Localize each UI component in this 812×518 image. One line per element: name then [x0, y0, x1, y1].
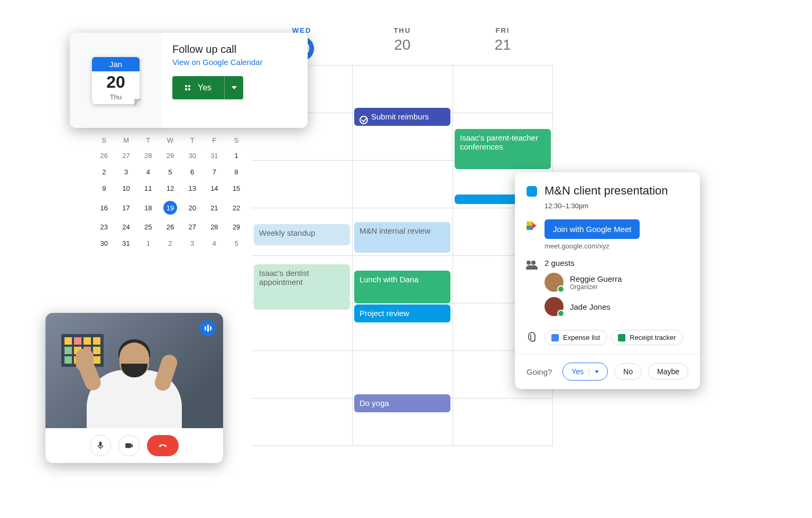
mini-day-cell[interactable]: 26: [93, 147, 115, 164]
day-number: 21: [453, 36, 553, 53]
calendar-event[interactable]: Do yoga: [354, 394, 450, 412]
mini-day-cell[interactable]: 10: [115, 180, 137, 197]
going-label: Going?: [527, 367, 552, 376]
mini-day-cell[interactable]: 27: [181, 219, 204, 235]
mini-day-cell[interactable]: 20: [181, 197, 204, 219]
mini-day-cell[interactable]: 30: [93, 235, 115, 252]
rsvp-yes-label: Yes: [198, 83, 211, 92]
rsvp-yes-button[interactable]: Yes: [172, 76, 224, 99]
rsvp-maybe-pill[interactable]: Maybe: [648, 363, 688, 380]
calendar-tile-wrap: Jan 20 Thu: [70, 33, 162, 128]
day-column-header[interactable]: THU 20: [352, 26, 453, 61]
mini-day-cell[interactable]: 2: [159, 235, 181, 252]
mic-icon: [96, 441, 105, 450]
attachment-label: Expense list: [563, 334, 600, 341]
mini-day-cell[interactable]: 25: [137, 219, 159, 235]
calendar-event[interactable]: Weekly standup: [254, 224, 350, 245]
mini-day-cell[interactable]: 12: [159, 180, 181, 197]
camera-icon: [124, 441, 134, 450]
day-column-header[interactable]: FRI 21: [453, 26, 553, 61]
guest-row[interactable]: Jade Jones: [545, 297, 688, 316]
mini-day-cell[interactable]: 21: [204, 197, 226, 219]
mute-mic-button[interactable]: [90, 435, 111, 456]
mini-day-cell[interactable]: 4: [137, 164, 159, 180]
attachment-chip[interactable]: Expense list: [545, 330, 607, 345]
event-time: 12:30–1:30pm: [545, 202, 688, 210]
google-meet-icon: [527, 221, 537, 230]
mini-day-cell[interactable]: 28: [137, 147, 159, 164]
mini-day-cell[interactable]: 19: [159, 197, 181, 219]
participant-avatar-illustration: [73, 333, 195, 428]
calendar-event[interactable]: Submit reimburs: [354, 108, 450, 126]
calendar-event[interactable]: Lunch with Dana: [354, 271, 450, 303]
task-check-icon: [359, 116, 368, 124]
follow-up-card: Jan 20 Thu Follow up call View on Google…: [70, 33, 308, 128]
mini-dow: T: [137, 133, 159, 147]
chevron-down-icon: [595, 371, 599, 373]
mini-day-cell[interactable]: 11: [137, 180, 159, 197]
mini-day-cell[interactable]: 15: [225, 180, 247, 197]
mini-day-cell[interactable]: 7: [204, 164, 226, 180]
rsvp-yes-dropdown[interactable]: [224, 76, 243, 99]
mini-day-cell[interactable]: 4: [204, 235, 226, 252]
mini-day-cell[interactable]: 3: [181, 235, 204, 252]
guest-row[interactable]: Reggie GuerraOrganizer: [545, 273, 688, 292]
rsvp-no-pill[interactable]: No: [614, 363, 642, 380]
mini-day-cell[interactable]: 31: [204, 147, 226, 164]
day-number: 20: [352, 36, 453, 53]
meet-url[interactable]: meet.google.com/xyz: [545, 242, 640, 250]
mini-day-cell[interactable]: 14: [204, 180, 226, 197]
calendar-event[interactable]: Project review: [354, 304, 450, 322]
rsvp-yes-pill[interactable]: Yes: [562, 363, 608, 381]
meet-video-tile[interactable]: [45, 313, 223, 428]
accepted-check-icon: [557, 285, 565, 293]
mini-day-cell[interactable]: 23: [93, 219, 115, 235]
view-on-calendar-link[interactable]: View on Google Calendar: [172, 58, 263, 67]
mini-day-cell[interactable]: 1: [137, 235, 159, 252]
guests-icon: [527, 261, 537, 269]
toggle-camera-button[interactable]: [118, 435, 140, 456]
mini-day-cell[interactable]: 28: [204, 219, 226, 235]
mini-day-cell[interactable]: 16: [93, 197, 115, 219]
mini-day-cell[interactable]: 26: [159, 219, 181, 235]
mini-day-cell[interactable]: 6: [181, 164, 204, 180]
event-detail-panel: M&N client presentation 12:30–1:30pm Joi…: [515, 172, 700, 389]
mini-day-cell[interactable]: 22: [225, 197, 247, 219]
mini-day-cell[interactable]: 18: [137, 197, 159, 219]
guest-count: 2 guests: [545, 258, 688, 267]
guest-name: Jade Jones: [570, 302, 611, 311]
mini-day-cell[interactable]: 27: [115, 147, 137, 164]
event-color-swatch: [527, 186, 537, 197]
mini-day-cell[interactable]: 31: [115, 235, 137, 252]
mini-dow: F: [204, 133, 226, 147]
mini-day-cell[interactable]: 29: [159, 147, 181, 164]
mini-day-cell[interactable]: 1: [225, 147, 247, 164]
mini-day-cell[interactable]: 3: [115, 164, 137, 180]
end-call-button[interactable]: [147, 435, 179, 456]
sparkle-door-icon: [185, 85, 192, 90]
mini-day-cell[interactable]: 24: [115, 219, 137, 235]
attachment-chip[interactable]: Receipt tracker: [611, 330, 682, 345]
attachment-icon: [528, 332, 536, 341]
tile-weekday: Thu: [92, 93, 140, 104]
mini-day-cell[interactable]: 9: [93, 180, 115, 197]
mini-day-cell[interactable]: 5: [225, 235, 247, 252]
mini-day-cell[interactable]: 2: [93, 164, 115, 180]
calendar-tile: Jan 20 Thu: [92, 57, 140, 104]
mini-dow: T: [181, 133, 204, 147]
mini-month-calendar[interactable]: SMTWTFS262728293031123456789101112131415…: [93, 133, 247, 252]
guest-name: Reggie Guerra: [570, 274, 622, 283]
mini-day-cell[interactable]: 30: [181, 147, 204, 164]
calendar-event[interactable]: M&N internal review: [354, 222, 450, 253]
guest-role: Organizer: [570, 283, 622, 291]
mini-day-cell[interactable]: 29: [225, 219, 247, 235]
doc-type-icon: [551, 334, 559, 341]
calendar-event[interactable]: Isaac's dentist appointment: [254, 264, 350, 310]
mini-day-cell[interactable]: 8: [225, 164, 247, 180]
calendar-event[interactable]: Isaac's parent-teacher conferences: [455, 129, 551, 169]
mini-day-cell[interactable]: 5: [159, 164, 181, 180]
dow-label: FRI: [453, 26, 553, 34]
mini-day-cell[interactable]: 17: [115, 197, 137, 219]
mini-day-cell[interactable]: 13: [181, 180, 204, 197]
join-google-meet-button[interactable]: Join with Google Meet: [545, 219, 640, 239]
